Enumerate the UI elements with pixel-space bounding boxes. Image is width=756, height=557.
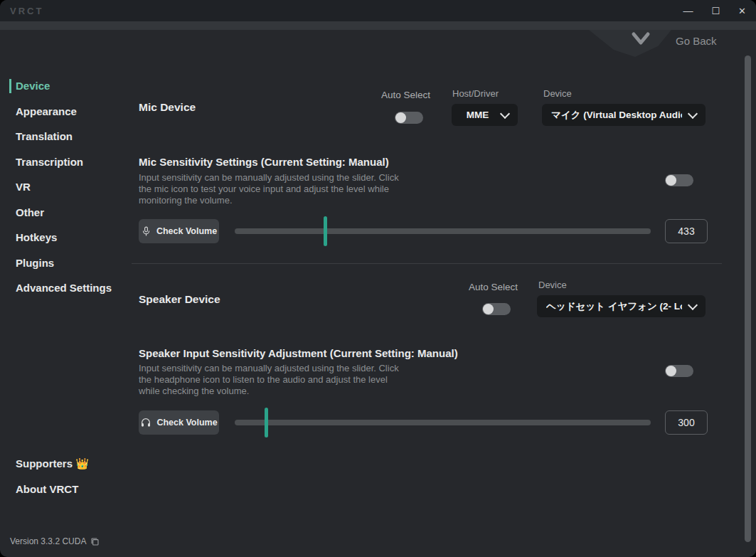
toggle-knob [666,366,676,376]
speaker-sensitivity-slider[interactable] [235,420,651,425]
sidebar-item-supporters[interactable]: Supporters 👑 [0,451,132,477]
speaker-threshold-input[interactable] [665,410,708,435]
speaker-device-value: ヘッドセット イヤフォン (2- Logic... [546,300,682,313]
speaker-auto-select-label: Auto Select [469,282,518,292]
speaker-device-title: Speaker Device [139,293,220,306]
sidebar-item-vr[interactable]: VR [0,174,132,200]
chevron-down-icon [688,108,698,118]
sidebar-item-appearance[interactable]: Appearance [0,99,132,124]
section-divider [132,263,722,264]
title-bar: VRCT — ☐ ✕ [0,0,756,21]
speaker-auto-select-toggle[interactable] [482,303,511,315]
sidebar-item-transcription[interactable]: Transcription [0,149,132,175]
headphones-icon [140,417,151,428]
sidebar-item-translation[interactable]: Translation [0,124,132,149]
sidebar-item-plugins[interactable]: Plugins [0,250,132,276]
chevron-down-icon [688,299,698,309]
mic-sensitivity-slider[interactable] [235,228,651,234]
maximize-button[interactable]: ☐ [711,6,720,16]
check-volume-label: Check Volume [156,226,217,236]
sidebar-footer: Supporters 👑 About VRCT [0,451,132,502]
desc-line: Input sensitivity can be manually adjust… [139,363,399,374]
mic-device-select[interactable]: マイク (Virtual Desktop Audio) [542,104,706,126]
microphone-icon [141,226,151,237]
speaker-sensitivity-description: Input sensitivity can be manually adjust… [139,363,399,397]
mic-check-volume-button[interactable]: Check Volume [139,219,219,243]
toggle-knob [483,304,494,314]
mic-sensitivity-toggle[interactable] [665,174,693,186]
sidebar-item-hotkeys[interactable]: Hotkeys [0,225,132,250]
speaker-check-volume-button[interactable]: Check Volume [139,410,219,435]
check-volume-label: Check Volume [156,418,217,428]
desc-line: the headphone icon to listen to the audi… [139,374,399,386]
mic-device-value: マイク (Virtual Desktop Audio) [551,109,682,122]
sidebar-item-advanced-settings[interactable]: Advanced Settings [0,275,132,301]
go-back-tab[interactable] [589,30,671,57]
mic-sensitivity-description: Input sensitivity can be manually adjust… [139,172,399,206]
desc-line: Input sensitivity can be manually adjust… [139,172,399,184]
mic-auto-select-toggle[interactable] [395,112,423,124]
host-driver-select[interactable]: MME [452,104,518,126]
mic-device-select-label: Device [543,88,572,99]
version-row: Version 3.3.2 CUDA [10,536,100,546]
mic-device-title: Mic Device [139,101,196,114]
speaker-device-select-label: Device [538,280,567,290]
speaker-slider-handle[interactable] [265,408,268,437]
mic-slider-handle[interactable] [324,216,327,246]
app-window: VRCT — ☐ ✕ Go Back Device Appearance Tra… [0,0,756,557]
minimize-button[interactable]: — [683,6,693,16]
chevron-down-icon [630,31,651,48]
sidebar-item-device[interactable]: Device [0,73,132,99]
vertical-scrollbar[interactable] [745,55,751,542]
close-button[interactable]: ✕ [738,6,746,16]
speaker-sensitivity-title: Speaker Input Sensitivity Adjustment (Cu… [139,347,458,359]
desc-line: monitoring the volume. [139,195,399,206]
chevron-down-icon [500,108,510,118]
mic-auto-select-label: Auto Select [381,90,430,100]
sidebar-item-other[interactable]: Other [0,200,132,226]
host-driver-label: Host/Driver [452,88,499,99]
version-label: Version 3.3.2 CUDA [10,536,86,546]
supporters-label: Supporters [16,457,73,470]
app-logo: VRCT [10,6,43,16]
speaker-device-select[interactable]: ヘッドセット イヤフォン (2- Logic... [537,295,706,317]
toggle-knob [666,175,676,186]
desc-line: the mic icon to test your voice input an… [139,184,399,195]
mic-threshold-input[interactable] [665,219,708,243]
copy-icon[interactable] [90,537,100,546]
go-back-label[interactable]: Go Back [676,35,717,47]
mic-sensitivity-title: Mic Sensitivity Settings (Current Settin… [139,156,389,168]
host-driver-value: MME [461,110,494,120]
header-strip [0,21,756,30]
toggle-knob [395,112,406,123]
sidebar-item-about-vrct[interactable]: About VRCT [0,477,132,502]
sidebar-nav: Device Appearance Translation Transcript… [0,73,132,301]
crown-icon: 👑 [75,457,89,470]
window-controls: — ☐ ✕ [683,0,746,21]
speaker-sensitivity-toggle[interactable] [665,365,693,377]
desc-line: while checking the volume. [139,386,399,397]
